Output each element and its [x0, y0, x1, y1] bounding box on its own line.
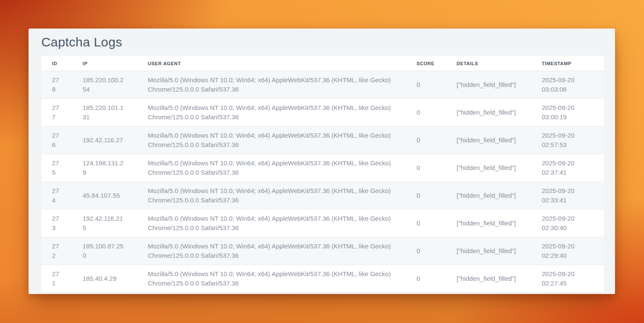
cell-user_agent: Mozilla/5.0 (Windows NT 10.0; Win64; x64…: [137, 99, 406, 127]
cell-score: 0: [406, 265, 446, 293]
cell-ip: 45.84.107.55: [72, 182, 137, 210]
cell-score: 0: [406, 154, 446, 182]
cell-ip: 185.220.101.131: [72, 99, 137, 127]
cell-ip: 124.198.131.29: [72, 154, 137, 182]
page-background: { "page": { "title": "Captcha Logs" }, "…: [0, 0, 644, 323]
cell-id: 276: [41, 127, 72, 154]
table-row: 272185.100.87.250Mozilla/5.0 (Windows NT…: [41, 237, 604, 265]
cell-timestamp: 2025-09-20 02:30:40: [531, 210, 604, 237]
table-row: 271185.40.4.29Mozilla/5.0 (Windows NT 10…: [41, 265, 604, 293]
cell-ip: 185.220.100.254: [72, 71, 137, 99]
cell-details: ["hidden_field_filled"]: [446, 265, 531, 293]
cell-score: 0: [406, 127, 446, 154]
table-row: 27445.84.107.55Mozilla/5.0 (Windows NT 1…: [41, 182, 604, 210]
cell-timestamp: 2025-09-20 02:37:41: [531, 154, 604, 182]
cell-score: 0: [406, 71, 446, 99]
column-header-details: DETAILS: [446, 56, 531, 71]
page-title: Captcha Logs: [41, 35, 604, 49]
cell-details: ["hidden_field_filled"]: [446, 154, 531, 182]
cell-user_agent: Mozilla/5.0 (Windows NT 10.0; Win64; x64…: [137, 182, 406, 210]
cell-ip: 185.100.87.250: [72, 237, 137, 265]
cell-user_agent: Mozilla/5.0 (Windows NT 10.0; Win64; x64…: [137, 71, 406, 99]
cell-score: 0: [406, 99, 446, 127]
table-row: 275124.198.131.29Mozilla/5.0 (Windows NT…: [41, 154, 604, 182]
cell-user_agent: Mozilla/5.0 (Windows NT 10.0; Win64; x64…: [137, 210, 406, 237]
column-header-user_agent: USER AGENT: [137, 56, 406, 71]
table-row: 278185.220.100.254Mozilla/5.0 (Windows N…: [41, 71, 604, 99]
cell-id: 277: [41, 99, 72, 127]
cell-user_agent: Mozilla/5.0 (Windows NT 10.0; Win64; x64…: [137, 127, 406, 154]
logs-table: IDIPUSER AGENTSCOREDETAILSTIMESTAMP 2781…: [41, 56, 604, 293]
cell-timestamp: 2025-09-20 02:29:40: [531, 237, 604, 265]
cell-user_agent: Mozilla/5.0 (Windows NT 10.0; Win64; x64…: [137, 237, 406, 265]
cell-timestamp: 2025-09-20 02:33:41: [531, 182, 604, 210]
column-header-ip: IP: [72, 56, 137, 71]
cell-user_agent: Mozilla/5.0 (Windows NT 10.0; Win64; x64…: [137, 265, 406, 293]
cell-timestamp: 2025-09-20 03:00:19: [531, 99, 604, 127]
cell-id: 274: [41, 182, 72, 210]
cell-user_agent: Mozilla/5.0 (Windows NT 10.0; Win64; x64…: [137, 154, 406, 182]
table-header-row: IDIPUSER AGENTSCOREDETAILSTIMESTAMP: [41, 56, 604, 71]
cell-timestamp: 2025-09-20 02:27:45: [531, 265, 604, 293]
cell-score: 0: [406, 182, 446, 210]
cell-timestamp: 2025-09-20 02:57:53: [531, 127, 604, 154]
logs-table-container: IDIPUSER AGENTSCOREDETAILSTIMESTAMP 2781…: [41, 56, 604, 293]
cell-details: ["hidden_field_filled"]: [446, 237, 531, 265]
cell-details: ["hidden_field_filled"]: [446, 210, 531, 237]
cell-details: ["hidden_field_filled"]: [446, 99, 531, 127]
cell-ip: 192.42.116.215: [72, 210, 137, 237]
table-body: 278185.220.100.254Mozilla/5.0 (Windows N…: [41, 71, 604, 293]
cell-ip: 185.40.4.29: [72, 265, 137, 293]
column-header-id: ID: [41, 56, 72, 71]
cell-timestamp: 2025-09-20 03:03:06: [531, 71, 604, 99]
cell-details: ["hidden_field_filled"]: [446, 127, 531, 154]
cell-score: 0: [406, 210, 446, 237]
cell-id: 273: [41, 210, 72, 237]
cell-details: ["hidden_field_filled"]: [446, 182, 531, 210]
cell-id: 272: [41, 237, 72, 265]
cell-score: 0: [406, 237, 446, 265]
cell-ip: 192.42.116.27: [72, 127, 137, 154]
table-header: IDIPUSER AGENTSCOREDETAILSTIMESTAMP: [41, 56, 604, 71]
cell-id: 271: [41, 265, 72, 293]
column-header-score: SCORE: [406, 56, 446, 71]
cell-id: 275: [41, 154, 72, 182]
cell-id: 278: [41, 71, 72, 99]
table-row: 273192.42.116.215Mozilla/5.0 (Windows NT…: [41, 210, 604, 237]
column-header-timestamp: TIMESTAMP: [531, 56, 604, 71]
cell-details: ["hidden_field_filled"]: [446, 71, 531, 99]
table-row: 276192.42.116.27Mozilla/5.0 (Windows NT …: [41, 127, 604, 154]
captcha-logs-card: Captcha Logs IDIPUSER AGENTSCOREDETAILST…: [29, 29, 615, 294]
table-row: 277185.220.101.131Mozilla/5.0 (Windows N…: [41, 99, 604, 127]
